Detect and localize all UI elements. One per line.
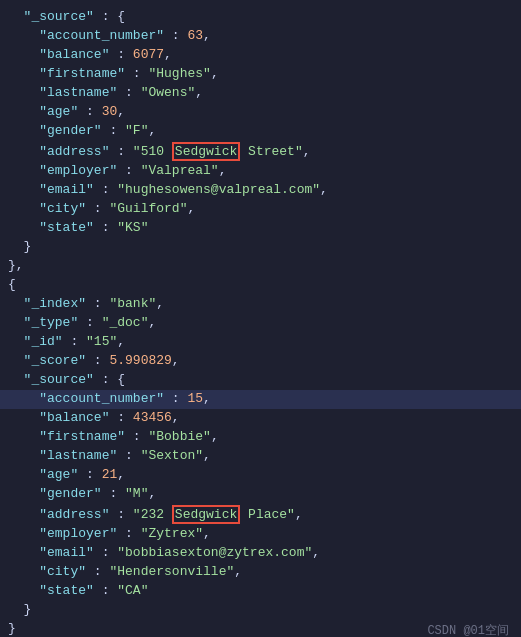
indent	[8, 9, 24, 24]
code-line-17: "_type" : "_doc",	[0, 314, 521, 333]
key: "_source"	[24, 9, 94, 24]
code-line-31: "state" : "CA"	[0, 582, 521, 601]
code-line-7: "gender" : "F",	[0, 122, 521, 141]
code-line-29: "email" : "bobbiasexton@zytrex.com",	[0, 544, 521, 563]
code-line-2: "account_number" : 63,	[0, 27, 521, 46]
code-line-12: "state" : "KS"	[0, 219, 521, 238]
code-line-19: "_score" : 5.990829,	[0, 352, 521, 371]
code-line-14: },	[0, 257, 521, 276]
code-line-27: "address" : "232 Sedgwick Place",	[0, 504, 521, 525]
code-line-1: "_source" : {	[0, 8, 521, 27]
code-line-11: "city" : "Guilford",	[0, 200, 521, 219]
code-line-3: "balance" : 6077,	[0, 46, 521, 65]
code-line-21: "account_number" : 15,	[0, 390, 521, 409]
code-line-15: {	[0, 276, 521, 295]
code-line-8: "address" : "510 Sedgwick Street",	[0, 141, 521, 162]
code-line-32: }	[0, 601, 521, 620]
code-line-22: "balance" : 43456,	[0, 409, 521, 428]
code-line-30: "city" : "Hendersonville",	[0, 563, 521, 582]
highlight-sedgwick-2: Sedgwick	[172, 505, 240, 524]
code-line-20: "_source" : {	[0, 371, 521, 390]
code-line-26: "gender" : "M",	[0, 485, 521, 504]
code-line-6: "age" : 30,	[0, 103, 521, 122]
code-line-28: "employer" : "Zytrex",	[0, 525, 521, 544]
code-line-5: "lastname" : "Owens",	[0, 84, 521, 103]
code-line-9: "employer" : "Valpreal",	[0, 162, 521, 181]
code-line-10: "email" : "hughesowens@valpreal.com",	[0, 181, 521, 200]
code-line-13: }	[0, 238, 521, 257]
watermark: CSDN @01空间	[427, 622, 509, 637]
code-container: "_source" : { "account_number" : 63, "ba…	[0, 0, 521, 637]
code-line-4: "firstname" : "Hughes",	[0, 65, 521, 84]
code-line-25: "age" : 21,	[0, 466, 521, 485]
code-line-16: "_index" : "bank",	[0, 295, 521, 314]
code-line-23: "firstname" : "Bobbie",	[0, 428, 521, 447]
highlight-sedgwick-1: Sedgwick	[172, 142, 240, 161]
code-line-18: "_id" : "15",	[0, 333, 521, 352]
code-line-24: "lastname" : "Sexton",	[0, 447, 521, 466]
